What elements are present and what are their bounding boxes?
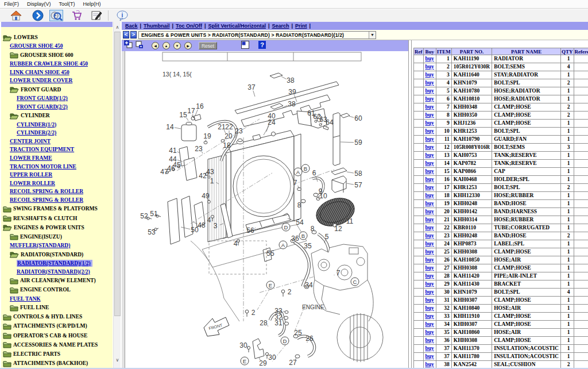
home-icon[interactable] — [9, 10, 23, 21]
breadcrumb-back-button[interactable]: < — [123, 31, 129, 39]
tree-link-label[interactable]: TRACTION EQUIPMENT — [10, 147, 74, 152]
tree-link-label[interactable]: MUFFLER(STANDARD) — [10, 243, 70, 248]
tree-link-label[interactable]: RADIATOR(STANDARD)(2/2) — [17, 269, 90, 275]
breadcrumb-forward-button[interactable]: > — [130, 31, 137, 39]
buy-link[interactable]: buy — [425, 201, 434, 206]
tree-folder-engine-control[interactable]: ENGINE CONTROL — [1, 285, 113, 294]
nav-link-thumbnail[interactable]: Thumbnail — [144, 23, 170, 29]
buy-link[interactable]: buy — [425, 362, 434, 367]
buy-link[interactable]: buy — [425, 233, 434, 239]
buy-link[interactable]: buy — [425, 265, 434, 271]
forward-icon[interactable] — [31, 10, 45, 21]
tree-link-label[interactable]: LOWER ROLLER — [10, 180, 55, 186]
diagram-canvas[interactable]: 3738393816171561626364601421222340242019… — [122, 51, 408, 369]
menu-item-help[interactable]: Help(H) — [83, 1, 101, 7]
tree-link-label[interactable]: GROUSER SHOE 450 — [10, 43, 63, 49]
tree-folder-fuel-line[interactable]: FUEL LINE — [1, 303, 113, 312]
tree-link-label[interactable]: RECOIL SPRING & ROLLER — [10, 189, 83, 194]
buy-link[interactable]: buy — [425, 289, 434, 295]
tree-item-lower-roller[interactable]: LOWER ROLLER — [1, 179, 113, 187]
buy-link[interactable]: buy — [425, 96, 434, 102]
tree-item-upper-roller[interactable]: UPPER ROLLER — [1, 171, 113, 179]
buy-link[interactable]: buy — [425, 112, 434, 118]
buy-link[interactable]: buy — [425, 209, 434, 214]
search-parts-icon[interactable] — [49, 10, 63, 21]
buy-link[interactable]: buy — [425, 353, 434, 359]
tree-item-front-guard-1-2-[interactable]: FRONT GUARD(1/2) — [1, 94, 113, 103]
menu-item-file[interactable]: File(F) — [4, 1, 19, 7]
tree-link-label[interactable]: CYLINDER(1/2) — [17, 122, 56, 128]
buy-link[interactable]: buy — [425, 257, 434, 263]
buy-link[interactable]: buy — [425, 160, 434, 166]
tree-item-traction-motor-line[interactable]: TRACTION MOTOR LINE — [1, 162, 113, 171]
fit-page-icon[interactable] — [241, 41, 249, 51]
tree-link-label[interactable]: FRONT GUARD(2/2) — [17, 104, 68, 110]
buy-link[interactable]: buy — [425, 241, 434, 247]
tree-folder-swing-frames-platforms[interactable]: SWING FRAMES & PLATFORMS — [1, 204, 113, 213]
buy-link[interactable]: buy — [425, 305, 434, 311]
tree-folder-lowers[interactable]: LOWERS — [1, 33, 113, 42]
breadcrumb-combo[interactable]: ENGINES & POWER UNITS > RADIATOR(STANDAR… — [138, 31, 376, 39]
tree-folder-air-cleaner-w-element-[interactable]: AIR CLEANER(W ELEMENT) — [1, 276, 113, 285]
tree-folder-controls-hyd-lines[interactable]: CONTROLS & HYD. LINES — [1, 312, 113, 321]
tree-folder-cylinder[interactable]: CYLINDER — [1, 111, 113, 120]
buy-link[interactable]: buy — [425, 249, 434, 255]
buy-link[interactable]: buy — [425, 321, 434, 327]
buy-link[interactable]: buy — [425, 152, 434, 158]
tree-folder-attachments-backhoe-[interactable]: ATTACHMENTS (BACKHOE) — [1, 359, 113, 368]
tree-link-label[interactable]: FUEL TANK — [10, 296, 41, 302]
tree-link-label[interactable]: FRONT GUARD(1/2) — [17, 95, 68, 101]
zoom-in-icon[interactable] — [124, 40, 133, 51]
tree-item-recoil-spring-roller[interactable]: RECOIL SPRING & ROLLER — [1, 196, 113, 205]
buy-link[interactable]: buy — [425, 337, 434, 343]
buy-link[interactable]: buy — [425, 80, 434, 86]
tree-item-radiator-standard-1-2-[interactable]: RADIATOR(STANDARD)(1/2) — [1, 259, 113, 268]
nav-link-split-vertical-horizontal[interactable]: Split Vertical/Horizontal — [208, 23, 266, 29]
tree-item-lower-frame[interactable]: LOWER FRAME — [1, 154, 113, 163]
buy-link[interactable]: buy — [425, 72, 434, 78]
tree-link-label[interactable]: UPPER ROLLER — [10, 172, 52, 178]
buy-link[interactable]: buy — [425, 168, 434, 174]
buy-link[interactable]: buy — [425, 136, 434, 142]
scrollbar-thumb[interactable] — [114, 32, 121, 316]
buy-link[interactable]: buy — [425, 329, 434, 335]
tree-link-label[interactable]: RUBBER CRAWLER SHOE 450 — [10, 61, 88, 67]
tree-item-recoil-spring-roller[interactable]: RECOIL SPRING & ROLLER — [1, 187, 113, 196]
tree-link-label[interactable]: RECOIL SPRING & ROLLER — [10, 197, 83, 203]
tree-folder-rev-shafts-clutch[interactable]: REV.SHAFTS & CLUTCH — [1, 213, 113, 222]
tree-folder-electric-parts[interactable]: ELECTRIC PARTS — [1, 349, 113, 359]
tree-folder-grouser-shoe-600[interactable]: GROUSER SHOE 600 — [1, 51, 113, 60]
tree-folder-front-guard[interactable]: FRONT GUARD — [1, 85, 113, 94]
buy-link[interactable]: buy — [425, 225, 434, 230]
menu-item-tool[interactable]: Tool(T) — [59, 1, 75, 7]
buy-link[interactable]: buy — [425, 128, 434, 134]
nav-link-back[interactable]: Back — [125, 23, 138, 29]
scroll-up-icon[interactable]: ∧ — [114, 24, 121, 32]
tree-link-label[interactable]: CENTER JOINT — [10, 139, 51, 144]
pan-up-icon[interactable]: ▲ — [163, 42, 170, 49]
reset-button[interactable]: Reset — [199, 42, 217, 49]
buy-link[interactable]: buy — [425, 120, 434, 126]
tree-item-cylinder-2-2-[interactable]: CYLINDER(2/2) — [1, 129, 113, 137]
buy-link[interactable]: buy — [425, 345, 434, 351]
tree-link-label[interactable]: RADIATOR(STANDARD)(1/2) — [17, 260, 92, 267]
tree-folder-attachments-cr-pd-lm-[interactable]: ATTACHMENTS (CR/PD/LM) — [1, 321, 113, 330]
sidebar-scrollbar[interactable]: ∧ ∨ — [113, 22, 121, 369]
tree-folder-engines-power-units[interactable]: ENGINES & POWER UNITS — [1, 223, 113, 232]
buy-link[interactable]: buy — [425, 144, 434, 150]
tree-item-grouser-shoe-450[interactable]: GROUSER SHOE 450 — [1, 42, 113, 51]
tree-item-link-chain-shoe-450[interactable]: LINK CHAIN SHOE 450 — [1, 68, 113, 77]
info-icon[interactable]: i — [115, 10, 129, 21]
tree-item-front-guard-2-2-[interactable]: FRONT GUARD(2/2) — [1, 103, 113, 112]
pan-left-icon[interactable]: ◀ — [152, 42, 159, 49]
buy-link[interactable]: buy — [425, 281, 434, 287]
tree-item-center-joint[interactable]: CENTER JOINT — [1, 137, 113, 146]
pan-right-icon[interactable]: ▶ — [184, 42, 192, 49]
buy-link[interactable]: buy — [425, 184, 434, 190]
buy-link[interactable]: buy — [425, 297, 434, 303]
tree-folder-engine-isuzu-[interactable]: ENGINE(ISUZU) — [1, 232, 113, 241]
nav-link-toc-on-off[interactable]: Toc On/Off — [176, 23, 202, 29]
zoom-out-icon[interactable] — [135, 40, 144, 51]
buy-link[interactable]: buy — [425, 273, 434, 279]
buy-link[interactable]: buy — [425, 193, 434, 198]
